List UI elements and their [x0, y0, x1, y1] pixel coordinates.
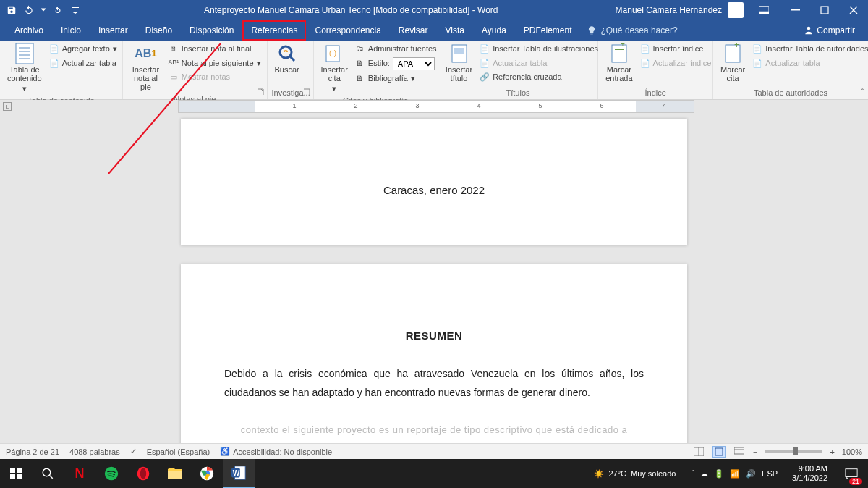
status-language[interactable]: Español (España)	[147, 447, 210, 456]
redo-icon[interactable]	[52, 4, 64, 16]
taskbar-clock[interactable]: 9:00 AM 3/14/2022	[786, 464, 833, 483]
spellcheck-icon[interactable]: ✓	[130, 447, 137, 456]
tab-referencias[interactable]: Referencias	[242, 20, 306, 41]
research-launcher-icon[interactable]	[303, 88, 312, 97]
research-button[interactable]: Buscar	[272, 42, 302, 75]
bibliography-button[interactable]: 🗎Bibliografía ▾	[354, 72, 438, 85]
insert-citation-label: Insertar cita	[321, 65, 348, 83]
tab-insertar[interactable]: Insertar	[90, 20, 137, 41]
horizontal-ruler[interactable]: 1 2 3 4 5 6 7	[178, 100, 694, 113]
print-layout-button[interactable]	[712, 446, 726, 458]
insert-figures-table-button[interactable]: 📄Insertar Tabla de ilustraciones	[478, 42, 600, 56]
insert-endnote-button[interactable]: 🗎Insertar nota al final	[167, 42, 263, 56]
insert-citation-button[interactable]: (-) Insertar cita ▾	[318, 42, 351, 94]
weather-desc: Muy soleado	[631, 469, 676, 478]
footnotes-launcher-icon[interactable]	[257, 88, 265, 97]
add-text-button[interactable]: 📄Agregar texto ▾	[48, 42, 119, 56]
customize-qat-icon[interactable]	[69, 4, 81, 16]
battery-icon[interactable]: 🔋	[714, 469, 724, 479]
status-words[interactable]: 4088 palabras	[69, 447, 120, 456]
weather-widget[interactable]: ☀️ 27°C Muy soleado	[587, 469, 683, 479]
update-index-button[interactable]: 📄Actualizar índice	[639, 56, 713, 70]
cross-reference-button[interactable]: 🔗Referencia cruzada	[478, 70, 600, 84]
ribbon-display-options-icon[interactable]	[749, 0, 778, 20]
search-taskbar-button[interactable]	[32, 459, 64, 488]
spotify-app-icon[interactable]	[95, 459, 127, 488]
page-1[interactable]: Caracas, enero 2022	[181, 119, 687, 245]
word-app-icon[interactable]: W	[223, 459, 255, 488]
tab-selector-icon[interactable]: L	[3, 102, 12, 111]
user-name: Manuel Cámara Hernández	[616, 5, 722, 15]
group-authorities: + Marcar cita 📄Insertar Tabla de autorid…	[713, 41, 868, 99]
tab-diseno[interactable]: Diseño	[137, 20, 181, 41]
wifi-icon[interactable]: 📶	[730, 469, 740, 479]
svg-rect-2	[791, 9, 800, 11]
user-avatar[interactable]	[728, 2, 744, 18]
maximize-button[interactable]	[810, 0, 839, 20]
undo-dropdown-icon[interactable]	[41, 4, 46, 16]
zoom-slider[interactable]	[765, 450, 822, 453]
tab-ayuda[interactable]: Ayuda	[473, 20, 515, 41]
save-icon[interactable]	[6, 4, 17, 16]
crossref-label: Referencia cruzada	[493, 71, 561, 83]
status-accessibility[interactable]: ♿ Accesibilidad: No disponible	[220, 447, 332, 456]
mark-citation-button[interactable]: + Marcar cita	[718, 42, 748, 84]
tray-overflow-icon[interactable]: ˆ	[692, 469, 694, 478]
zoom-in-button[interactable]: +	[830, 447, 834, 456]
share-button[interactable]: Compartir	[796, 25, 862, 35]
page-2[interactable]: RESUMEN Debido a la crisis económica que…	[181, 264, 687, 459]
insert-index-button[interactable]: 📄Insertar índice	[639, 42, 713, 56]
status-page[interactable]: Página 2 de 21	[6, 447, 59, 456]
file-explorer-icon[interactable]	[159, 459, 191, 488]
minimize-button[interactable]	[781, 0, 810, 20]
web-layout-button[interactable]	[733, 446, 746, 458]
notifications-button[interactable]: 21	[838, 459, 865, 488]
update-authorities-button[interactable]: 📄Actualizar tabla	[751, 56, 868, 70]
next-footnote-button[interactable]: AB¹Nota al pie siguiente ▾	[167, 56, 263, 70]
svg-line-11	[290, 56, 294, 61]
chrome-app-icon[interactable]	[191, 459, 223, 488]
update-toc-icon: 📄	[49, 58, 59, 68]
tab-vista[interactable]: Vista	[437, 20, 473, 41]
update-captions-button[interactable]: 📄Actualizar tabla	[478, 56, 600, 70]
read-mode-button[interactable]	[692, 446, 705, 458]
group-footnotes: AB1 Insertar nota al pie 🗎Insertar nota …	[123, 41, 268, 99]
insert-caption-button[interactable]: Insertar título	[443, 42, 475, 84]
document-area[interactable]: Caracas, enero 2022 RESUMEN Debido a la …	[0, 113, 868, 459]
tab-inicio[interactable]: Inicio	[52, 20, 90, 41]
zoom-out-button[interactable]: −	[753, 447, 757, 456]
insert-authorities-button[interactable]: 📄Insertar Tabla de autoridades	[751, 42, 868, 56]
update-captions-icon: 📄	[480, 58, 490, 68]
page2-paragraph[interactable]: Debido a la crisis económica que ha atra…	[224, 365, 644, 403]
close-button[interactable]	[839, 0, 868, 20]
tell-me-search[interactable]: ¿Qué desea hacer?	[587, 25, 678, 35]
authorities-icon: 📄	[752, 43, 762, 54]
insert-index-icon: 📄	[640, 43, 650, 54]
bibliography-label: Bibliografía	[368, 72, 408, 85]
tab-pdfelement[interactable]: PDFelement	[515, 20, 581, 41]
page2-heading[interactable]: RESUMEN	[224, 329, 644, 342]
tab-disposicion[interactable]: Disposición	[181, 20, 242, 41]
language-indicator[interactable]: ESP	[762, 469, 778, 478]
opera-app-icon[interactable]	[127, 459, 159, 488]
volume-icon[interactable]: 🔊	[746, 469, 756, 479]
toc-button[interactable]: Tabla de contenido ▾	[4, 42, 45, 94]
tab-archivo[interactable]: Archivo	[6, 20, 52, 41]
show-notes-button[interactable]: ▭Mostrar notas	[167, 70, 263, 84]
citation-style-select[interactable]: APA	[393, 57, 435, 70]
mark-entry-button[interactable]: + Marcar entrada	[603, 42, 635, 84]
netflix-app-icon[interactable]: N	[64, 459, 95, 488]
manage-sources-button[interactable]: 🗂Administrar fuentes	[354, 42, 438, 56]
update-toc-button[interactable]: 📄Actualizar tabla	[48, 56, 119, 70]
zoom-level[interactable]: 100%	[842, 447, 862, 456]
onedrive-icon[interactable]: ☁	[700, 469, 708, 479]
figures-label: Insertar Tabla de ilustraciones	[493, 43, 598, 55]
insert-footnote-button[interactable]: AB1 Insertar nota al pie	[127, 42, 164, 93]
undo-icon[interactable]	[23, 4, 35, 16]
page1-text[interactable]: Caracas, enero 2022	[224, 184, 644, 196]
collapse-ribbon-icon[interactable]: ˆ	[861, 88, 864, 96]
start-button[interactable]	[0, 459, 32, 488]
endnote-label: Insertar nota al final	[182, 43, 252, 55]
tab-correspondencia[interactable]: Correspondencia	[306, 20, 389, 41]
tab-revisar[interactable]: Revisar	[390, 20, 437, 41]
